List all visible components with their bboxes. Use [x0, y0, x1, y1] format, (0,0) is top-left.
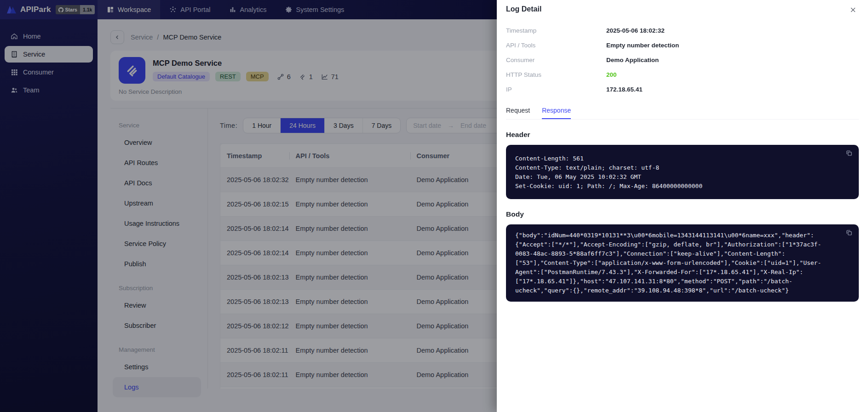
response-body-block: {"body":"idNum=440*0319*10131**3\u00*6mo…	[506, 224, 859, 302]
drawer-mask[interactable]	[0, 0, 497, 412]
status-badge: 200	[606, 71, 617, 78]
field-consumer: Consumer Demo Application	[506, 52, 859, 67]
field-value: 172.18.65.41	[606, 86, 643, 93]
response-body-text[interactable]: {"body":"idNum=440*0319*10131**3\u00*6mo…	[506, 224, 859, 302]
field-ip: IP 172.18.65.41	[506, 82, 859, 97]
tab-request[interactable]: Request	[506, 107, 530, 119]
copy-icon[interactable]	[845, 149, 853, 158]
field-timestamp: Timestamp 2025-05-06 18:02:32	[506, 23, 859, 38]
field-value: Empty number detection	[606, 42, 679, 49]
tab-response[interactable]: Response	[542, 107, 571, 119]
body-section-title: Body	[506, 210, 859, 218]
field-label: Consumer	[506, 57, 606, 63]
drawer-title: Log Detail	[506, 5, 541, 13]
response-header-text[interactable]: Content-Length: 561 Content-Type: text/p…	[506, 145, 859, 199]
log-detail-drawer: Log Detail Timestamp 2025-05-06 18:02:32…	[497, 0, 868, 412]
request-response-tabs: Request Response	[506, 107, 859, 120]
field-value: 2025-05-06 18:02:32	[606, 27, 665, 34]
header-section-title: Header	[506, 131, 859, 139]
response-header-block: Content-Length: 561 Content-Type: text/p…	[506, 145, 859, 199]
copy-icon[interactable]	[845, 229, 853, 238]
field-label: IP	[506, 86, 606, 93]
field-label: HTTP Status	[506, 71, 606, 78]
close-icon[interactable]	[848, 5, 858, 15]
field-label: API / Tools	[506, 42, 606, 49]
field-label: Timestamp	[506, 27, 606, 34]
field-http-status: HTTP Status 200	[506, 67, 859, 82]
log-detail-fields: Timestamp 2025-05-06 18:02:32 API / Tool…	[506, 23, 859, 97]
field-value: Demo Application	[606, 57, 659, 63]
field-api-tools: API / Tools Empty number detection	[506, 38, 859, 52]
